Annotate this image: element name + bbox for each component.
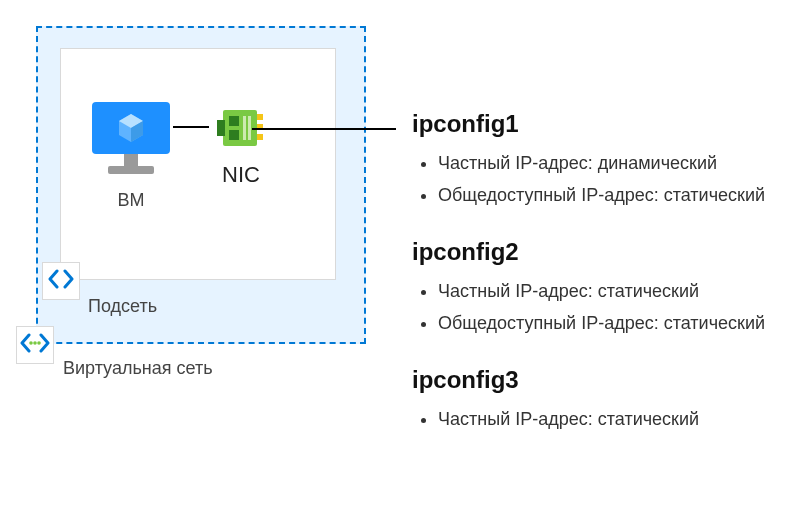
vnet-icon	[20, 333, 50, 357]
ipconfig2-block: ipconfig2 Частный IP-адрес: статический …	[412, 238, 807, 336]
ipconfig3-title: ipconfig3	[412, 366, 807, 394]
nic-node: NIC	[206, 106, 276, 188]
vm-icon	[88, 164, 174, 181]
subnet-icon	[47, 269, 75, 293]
vm-node: ВМ	[86, 100, 176, 211]
list-item: Частный IP-адрес: статический	[438, 278, 807, 304]
ipconfig1-block: ipconfig1 Частный IP-адрес: динамический…	[412, 110, 807, 208]
svg-rect-12	[229, 130, 239, 140]
list-item: Общедоступный IP-адрес: статический	[438, 182, 807, 208]
svg-rect-9	[257, 134, 263, 140]
ipconfig-list: ipconfig1 Частный IP-адрес: динамический…	[412, 110, 807, 438]
list-item: Общедоступный IP-адрес: статический	[438, 310, 807, 336]
svg-point-16	[33, 341, 37, 345]
svg-rect-2	[108, 166, 154, 174]
connector-vm-nic	[173, 126, 209, 128]
svg-rect-13	[243, 116, 246, 140]
list-item: Частный IP-адрес: статический	[438, 406, 807, 432]
connector-nic-ipconfig	[252, 128, 396, 130]
nic-label: NIC	[206, 162, 276, 188]
vnet-label: Виртуальная сеть	[63, 358, 213, 379]
svg-rect-14	[248, 116, 251, 140]
svg-rect-10	[217, 120, 225, 136]
nic-icon	[217, 136, 265, 153]
vnet-icon-box	[16, 326, 54, 364]
ipconfig2-title: ipconfig2	[412, 238, 807, 266]
vm-label: ВМ	[86, 190, 176, 211]
svg-rect-11	[229, 116, 239, 126]
svg-rect-1	[124, 154, 138, 166]
ipconfig3-block: ipconfig3 Частный IP-адрес: статический	[412, 366, 807, 432]
subnet-icon-box	[42, 262, 80, 300]
svg-point-17	[37, 341, 41, 345]
subnet-label: Подсеть	[88, 296, 157, 317]
diagram-canvas: ВМ NIC Под	[0, 0, 807, 522]
ipconfig1-title: ipconfig1	[412, 110, 807, 138]
svg-point-15	[29, 341, 33, 345]
list-item: Частный IP-адрес: динамический	[438, 150, 807, 176]
svg-rect-7	[257, 114, 263, 120]
